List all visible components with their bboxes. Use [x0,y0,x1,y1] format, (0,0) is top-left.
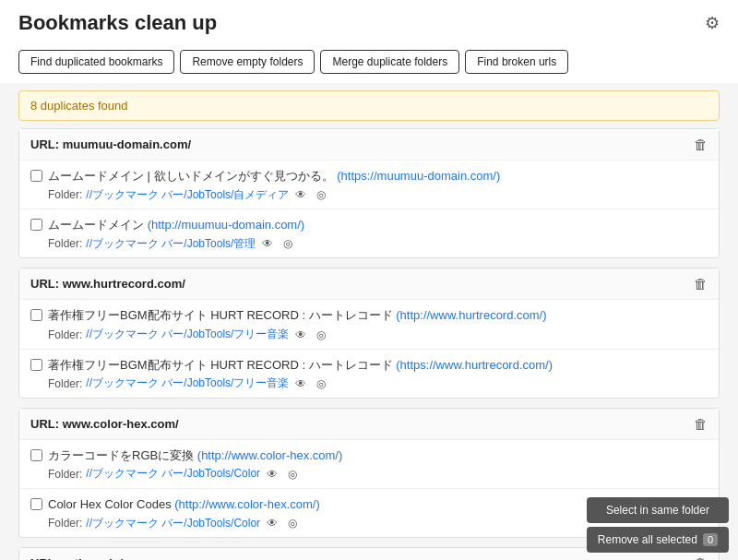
status-bar: 8 duplicates found [18,90,720,121]
bookmark-link[interactable]: (http://www.color-hex.com/) [197,448,343,462]
duplicate-group: URL: www.hurtrecord.com/🗑著作権フリーBGM配布サイト … [18,268,720,398]
bookmark-checkbox[interactable] [30,170,42,182]
folder-row: Folder: //ブックマーク バー/JobTools/管理👁◎ [30,235,708,252]
toolbar-button[interactable]: Find broken urls [465,50,568,74]
eye-off-icon[interactable]: ◎ [313,375,329,392]
bookmark-checkbox[interactable] [30,449,42,461]
eye-icon[interactable]: 👁 [259,235,276,252]
bookmark-link[interactable]: (https://muumuu-domain.com/) [337,169,500,183]
bookmark-checkbox[interactable] [30,219,42,231]
bookmark-link[interactable]: (http://muumuu-domain.com/) [148,218,305,232]
eye-icon[interactable]: 👁 [292,186,309,203]
group-url-label: URL: www.color-hex.com/ [30,417,179,431]
folder-link[interactable]: //ブックマーク バー/JobTools/Color [86,516,260,531]
status-text: 8 duplicates found [30,99,128,113]
delete-group-icon[interactable]: 🗑 [694,416,708,432]
toolbar-button[interactable]: Find duplicated bookmarks [18,50,174,74]
remove-all-selected-button[interactable]: Remove all selected 0 [587,527,729,553]
folder-link[interactable]: //ブックマーク バー/JobTools/フリー音楽 [86,327,289,342]
eye-icon[interactable]: 👁 [264,466,280,483]
gear-icon[interactable]: ⚙ [705,13,720,33]
eye-off-icon[interactable]: ◎ [284,515,301,531]
page-title: Bookmarks clean up [18,11,217,35]
page-header: Bookmarks clean up ⚙ [0,0,738,42]
selected-count-badge: 0 [703,533,718,546]
group-header: URL: www.color-hex.com/🗑 [19,409,719,440]
folder-link[interactable]: //ブックマーク バー/JobTools/自メディア [86,187,289,203]
bookmark-item: ムームードメイン (http://muumuu-domain.com/)Fold… [19,209,719,257]
folder-row: Folder: //ブックマーク バー/JobTools/Color👁◎ [30,466,708,483]
bookmark-link[interactable]: (https://www.hurtrecord.com/) [396,358,553,372]
eye-icon[interactable]: 👁 [264,515,280,531]
folder-label: Folder: [48,517,82,530]
bookmark-title: 著作権フリーBGM配布サイト HURT RECORD : ハートレコード (ht… [48,357,553,374]
remove-selected-label: Remove all selected [598,533,697,546]
toolbar-button[interactable]: Remove empty folders [180,50,315,74]
eye-icon[interactable]: 👁 [292,327,309,343]
folder-link[interactable]: //ブックマーク バー/JobTools/管理 [86,236,256,252]
eye-off-icon[interactable]: ◎ [284,466,301,483]
delete-group-icon[interactable]: 🗑 [694,137,708,152]
bookmark-checkbox[interactable] [30,359,42,371]
folder-row: Folder: //ブックマーク バー/JobTools/フリー音楽👁◎ [30,327,708,343]
eye-off-icon[interactable]: ◎ [313,327,329,343]
bookmark-item: 著作権フリーBGM配布サイト HURT RECORD : ハートレコード (ht… [19,350,719,398]
folder-row: Folder: //ブックマーク バー/JobTools/フリー音楽👁◎ [30,375,708,392]
folder-row: Folder: //ブックマーク バー/JobTools/自メディア👁◎ [30,186,708,203]
group-url-label: URL: muumuu-domain.com/ [30,137,191,151]
bookmark-item: 著作権フリーBGM配布サイト HURT RECORD : ハートレコード (ht… [19,300,719,349]
eye-off-icon[interactable]: ◎ [313,186,329,203]
bookmark-link[interactable]: (http://www.hurtrecord.com/) [396,308,546,322]
duplicate-group: URL: muumuu-domain.com/🗑ムームードメイン | 欲しいドメ… [18,128,720,258]
delete-group-icon[interactable]: 🗑 [694,276,708,292]
folder-link[interactable]: //ブックマーク バー/JobTools/Color [86,466,260,482]
bookmark-title: カラーコードをRGBに変換 (http://www.color-hex.com/… [48,447,342,464]
group-header: URL: muumuu-domain.com/🗑 [19,129,719,161]
group-url-label: URL: www.hurtrecord.com/ [30,277,185,291]
bookmark-checkbox[interactable] [30,309,42,321]
folder-label: Folder: [48,468,82,481]
folder-label: Folder: [48,237,82,250]
bookmark-link[interactable]: (http://www.color-hex.com/) [174,497,320,511]
bookmark-title: 著作権フリーBGM配布サイト HURT RECORD : ハートレコード (ht… [48,307,547,324]
folder-link[interactable]: //ブックマーク バー/JobTools/フリー音楽 [86,375,289,391]
group-header: URL: www.hurtrecord.com/🗑 [19,268,719,300]
folder-label: Folder: [48,377,82,390]
toolbar-button[interactable]: Merge duplicate folders [320,50,459,74]
group-url-label: URL: prtimes.jp/ [30,556,123,560]
folder-label: Folder: [48,328,82,341]
eye-icon[interactable]: 👁 [292,375,309,392]
bookmark-title: Color Hex Color Codes (http://www.color-… [48,496,320,513]
eye-off-icon[interactable]: ◎ [280,235,296,252]
bookmark-item: カラーコードをRGBに変換 (http://www.color-hex.com/… [19,440,719,489]
select-in-folder-button[interactable]: Select in same folder [587,497,729,523]
bottom-bar: Select in same folder Remove all selecte… [577,490,738,560]
bookmark-title: ムームードメイン (http://muumuu-domain.com/) [48,217,304,233]
bookmark-title: ムームードメイン | 欲しいドメインがすぐ見つかる。 (https://muum… [48,168,500,185]
toolbar: Find duplicated bookmarksRemove empty fo… [0,42,738,83]
bookmark-checkbox[interactable] [30,498,42,510]
folder-label: Folder: [48,188,82,201]
bookmark-item: ムームードメイン | 欲しいドメインがすぐ見つかる。 (https://muum… [19,161,719,209]
